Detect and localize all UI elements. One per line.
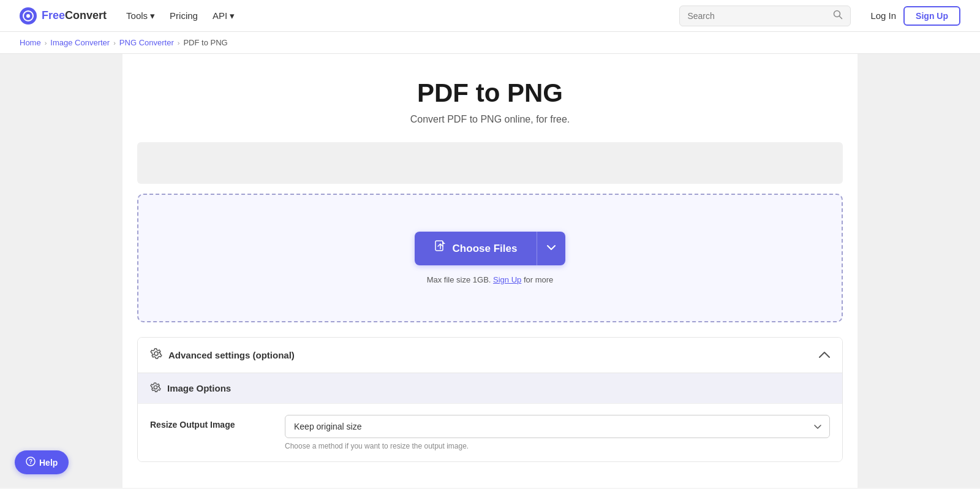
pricing-label: Pricing: [170, 10, 198, 21]
page-layout: PDF to PNG Convert PDF to PNG online, fo…: [0, 54, 980, 488]
logo-text: FreeConvert: [42, 9, 107, 22]
advanced-settings-header[interactable]: Advanced settings (optional): [138, 338, 842, 373]
help-label: Help: [39, 458, 58, 468]
resize-settings-row: Resize Output Image Keep original size C…: [138, 403, 842, 461]
breadcrumb-home[interactable]: Home: [20, 38, 41, 47]
advanced-settings-section: Advanced settings (optional) Image Optio…: [137, 337, 843, 462]
search-area: [679, 6, 851, 26]
api-menu[interactable]: API ▾: [213, 10, 235, 21]
choose-files-dropdown-button[interactable]: [537, 232, 565, 265]
resize-select-wrapper: Keep original size: [285, 415, 830, 438]
logo-icon: [20, 7, 37, 25]
login-button[interactable]: Log In: [870, 10, 896, 21]
nav-links: Tools ▾ Pricing API ▾: [126, 10, 660, 21]
image-options-gear-icon: [150, 382, 161, 395]
file-limit-suffix: for more: [524, 275, 553, 284]
help-button[interactable]: ? Help: [15, 450, 69, 474]
upload-area[interactable]: Choose Files Max file size 1GB. Sign Up …: [137, 194, 843, 322]
api-chevron-icon: ▾: [230, 10, 235, 21]
pricing-link[interactable]: Pricing: [170, 10, 198, 21]
search-input[interactable]: [687, 11, 828, 21]
resize-control: Keep original size Choose a method if yo…: [285, 415, 830, 450]
svg-line-3: [840, 16, 842, 18]
sidebar-left: [0, 54, 123, 488]
api-label: API: [213, 10, 227, 21]
logo[interactable]: FreeConvert: [20, 7, 107, 25]
page-subtitle: Convert PDF to PNG online, for free.: [137, 114, 843, 125]
breadcrumb-png-converter[interactable]: PNG Converter: [119, 38, 174, 47]
tools-menu[interactable]: Tools ▾: [126, 10, 155, 21]
file-limit-size: Max file size 1GB.: [427, 275, 491, 284]
svg-point-1: [26, 14, 30, 18]
page-title: PDF to PNG: [137, 78, 843, 108]
tools-label: Tools: [126, 10, 148, 21]
choose-files-group: Choose Files: [415, 232, 566, 265]
image-options-label: Image Options: [167, 383, 231, 393]
signup-button[interactable]: Sign Up: [903, 6, 960, 26]
tools-chevron-icon: ▾: [150, 10, 155, 21]
resize-select[interactable]: Keep original size: [285, 415, 830, 438]
advanced-chevron-icon: [819, 350, 830, 361]
auth-buttons: Log In Sign Up: [870, 6, 960, 26]
image-options-section: Image Options: [138, 373, 842, 403]
main-content: PDF to PNG Convert PDF to PNG online, fo…: [123, 54, 858, 488]
help-icon: ?: [26, 457, 36, 468]
breadcrumb-sep-1: ›: [45, 39, 47, 47]
resize-hint: Choose a method if you want to resize th…: [285, 442, 830, 450]
ad-banner: [137, 142, 843, 184]
advanced-settings-label: Advanced settings (optional): [168, 350, 295, 360]
resize-label: Resize Output Image: [150, 415, 273, 430]
navbar: FreeConvert Tools ▾ Pricing API ▾ Log In…: [0, 0, 980, 32]
choose-files-label: Choose Files: [453, 243, 518, 255]
breadcrumb-current: PDF to PNG: [183, 38, 227, 47]
file-limit-signup-link[interactable]: Sign Up: [493, 275, 521, 284]
choose-files-dropdown-icon: [547, 244, 556, 253]
choose-files-button[interactable]: Choose Files: [415, 232, 537, 265]
breadcrumb-image-converter[interactable]: Image Converter: [50, 38, 110, 47]
advanced-gear-icon: [150, 347, 162, 363]
breadcrumb-sep-2: ›: [113, 39, 116, 47]
file-upload-icon: [434, 240, 447, 257]
breadcrumb: Home › Image Converter › PNG Converter ›…: [0, 32, 980, 54]
svg-text:?: ?: [29, 458, 32, 465]
sidebar-right: [858, 54, 980, 488]
advanced-settings-left: Advanced settings (optional): [150, 347, 295, 363]
search-icon: [833, 10, 843, 22]
file-limit-text: Max file size 1GB. Sign Up for more: [151, 275, 829, 284]
breadcrumb-sep-3: ›: [178, 39, 180, 47]
